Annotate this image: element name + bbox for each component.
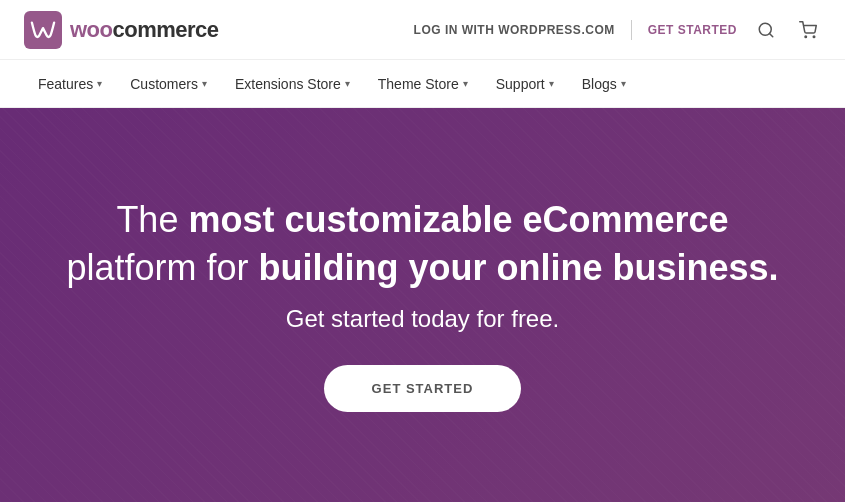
nav-link-customers[interactable]: Customers ▾ xyxy=(116,60,221,108)
get-started-top-link[interactable]: GET STARTED xyxy=(648,23,737,37)
nav-item-support: Support ▾ xyxy=(482,60,568,108)
nav-item-customers: Customers ▾ xyxy=(116,60,221,108)
chevron-down-icon: ▾ xyxy=(202,78,207,89)
nav-item-features: Features ▾ xyxy=(24,60,116,108)
chevron-down-icon: ▾ xyxy=(621,78,626,89)
logo-icon xyxy=(24,11,62,49)
top-bar: woocommerce LOG IN WITH WORDPRESS.COM GE… xyxy=(0,0,845,60)
nav-items: Features ▾ Customers ▾ Extensions Store … xyxy=(24,60,640,108)
chevron-down-icon: ▾ xyxy=(549,78,554,89)
hero-section: The most customizable eCommerce platform… xyxy=(0,108,845,502)
hero-headline-line2: platform for building your online busine… xyxy=(66,246,778,289)
nav-item-blogs: Blogs ▾ xyxy=(568,60,640,108)
hero-content: The most customizable eCommerce platform… xyxy=(26,198,818,411)
search-icon xyxy=(757,21,775,39)
chevron-down-icon: ▾ xyxy=(97,78,102,89)
cart-button[interactable] xyxy=(795,17,821,43)
nav-link-extensions[interactable]: Extensions Store ▾ xyxy=(221,60,364,108)
svg-line-1 xyxy=(769,33,772,36)
nav-link-support[interactable]: Support ▾ xyxy=(482,60,568,108)
divider xyxy=(631,20,632,40)
hero-headline-line1: The most customizable eCommerce xyxy=(66,198,778,241)
nav-item-theme-store: Theme Store ▾ xyxy=(364,60,482,108)
logo[interactable]: woocommerce xyxy=(24,11,219,49)
nav-link-blogs[interactable]: Blogs ▾ xyxy=(568,60,640,108)
nav-bar: Features ▾ Customers ▾ Extensions Store … xyxy=(0,60,845,108)
top-bar-right: LOG IN WITH WORDPRESS.COM GET STARTED xyxy=(414,17,821,43)
search-button[interactable] xyxy=(753,17,779,43)
login-link[interactable]: LOG IN WITH WORDPRESS.COM xyxy=(414,23,615,37)
nav-item-extensions: Extensions Store ▾ xyxy=(221,60,364,108)
svg-point-3 xyxy=(813,36,815,38)
hero-cta-button[interactable]: GET STARTED xyxy=(324,365,522,412)
cart-icon xyxy=(799,21,817,39)
chevron-down-icon: ▾ xyxy=(463,78,468,89)
nav-link-theme-store[interactable]: Theme Store ▾ xyxy=(364,60,482,108)
nav-link-features[interactable]: Features ▾ xyxy=(24,60,116,108)
chevron-down-icon: ▾ xyxy=(345,78,350,89)
svg-point-2 xyxy=(805,36,807,38)
hero-subtext: Get started today for free. xyxy=(66,305,778,333)
logo-text: woocommerce xyxy=(70,17,219,43)
